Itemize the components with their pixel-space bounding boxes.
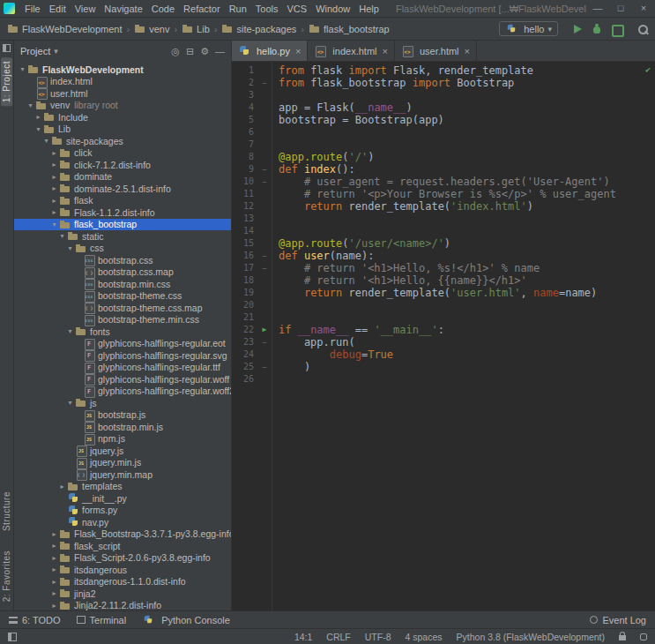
chevron-right-icon[interactable]: ▸ [49, 589, 59, 597]
tree-item[interactable]: glyphicons-halflings-regular.ttf [14, 362, 231, 374]
tree-item[interactable]: bootstrap-theme.min.css [14, 314, 231, 326]
tree-item[interactable]: ▸flask [14, 195, 231, 207]
chevron-right-icon[interactable]: ▸ [33, 113, 43, 121]
chevron-down-icon[interactable]: ▾ [65, 399, 75, 407]
chevron-down-icon[interactable]: ▾ [41, 137, 51, 145]
menu-refactor[interactable]: Refactor [179, 4, 225, 14]
line-separator[interactable]: CRLF [326, 632, 350, 642]
tree-item[interactable]: bootstrap.min.js [14, 421, 231, 433]
chevron-down-icon[interactable]: ▾ [65, 327, 75, 335]
fold-icon[interactable]: − [258, 163, 271, 176]
tab-index.html[interactable]: index.html× [308, 41, 395, 61]
menu-vcs[interactable]: VCS [283, 4, 312, 14]
tool-window-switcher-icon[interactable] [8, 633, 17, 641]
tree-item[interactable]: ▾site-packages [14, 135, 231, 147]
menu-code[interactable]: Code [147, 4, 179, 14]
fold-icon[interactable]: − [258, 250, 271, 262]
tree-item[interactable]: ▾flask_bootstrap [14, 219, 231, 231]
menu-help[interactable]: Help [354, 4, 383, 14]
chevron-down-icon[interactable]: ▾ [49, 221, 59, 228]
tool-window-button-python-console[interactable]: Python Console [142, 614, 230, 625]
close-button[interactable]: × [632, 0, 655, 17]
tree-item[interactable]: index.html [14, 76, 231, 88]
hide-panel-button[interactable]: — [215, 46, 225, 56]
breadcrumb-item[interactable]: flask_bootstrap [307, 22, 391, 35]
breadcrumb-item[interactable]: site-packages [220, 22, 298, 35]
tree-item[interactable]: forms.py [14, 505, 231, 517]
tree-item[interactable]: nav.py [14, 516, 231, 528]
tree-item[interactable]: ▸Jinja2-2.11.2.dist-info [14, 600, 231, 611]
debug-button[interactable] [590, 22, 604, 36]
tree-item[interactable]: user.html [14, 87, 231, 100]
tree-item[interactable]: bootstrap-theme.css.map [14, 302, 231, 314]
chevron-right-icon[interactable]: ▸ [49, 149, 59, 157]
tree-item[interactable]: jquery.min.js [14, 457, 231, 469]
breadcrumb-item[interactable]: Lib [180, 22, 212, 35]
tree-item[interactable]: ▸templates [14, 481, 231, 493]
close-tab-icon[interactable]: × [383, 46, 388, 56]
chevron-right-icon[interactable]: ▸ [49, 542, 59, 550]
tree-item[interactable]: ▸flask_script [14, 540, 231, 552]
chevron-down-icon[interactable]: ▾ [57, 232, 67, 240]
tool-button-favorites[interactable]: 2: Favorites [1, 547, 12, 605]
fold-icon[interactable]: − [258, 361, 271, 373]
tab-hello.py[interactable]: hello.py× [232, 41, 308, 61]
menu-view[interactable]: View [71, 4, 100, 14]
menu-navigate[interactable]: Navigate [100, 4, 146, 14]
tree-item[interactable]: ▸Include [14, 111, 231, 124]
tree-item[interactable]: glyphicons-halflings-regular.eot [14, 338, 231, 350]
tree-item[interactable]: ▾static [14, 230, 231, 243]
fold-icon[interactable]: − [258, 77, 271, 89]
project-panel-title[interactable]: Project [20, 46, 50, 56]
chevron-right-icon[interactable]: ▸ [49, 554, 59, 562]
tab-user.html[interactable]: user.html× [395, 41, 477, 61]
code-area[interactable]: ✔ 1from flask import Flask, render_templ… [232, 62, 655, 610]
menu-tools[interactable]: Tools [251, 4, 283, 14]
run-button[interactable] [570, 22, 584, 36]
chevron-right-icon[interactable]: ▸ [49, 208, 59, 216]
indent-style[interactable]: 4 spaces [406, 632, 443, 642]
locate-file-button[interactable]: ◎ [171, 46, 180, 56]
tree-item[interactable]: ▸dominate-2.5.1.dist-info [14, 183, 231, 195]
tree-item[interactable]: bootstrap.css.map [14, 266, 231, 279]
chevron-right-icon[interactable]: ▸ [49, 565, 59, 573]
coverage-button[interactable] [609, 22, 623, 36]
tree-item[interactable]: jquery.js [14, 445, 231, 457]
close-tab-icon[interactable]: × [295, 46, 301, 56]
tree-item[interactable]: ▸click-7.1.2.dist-info [14, 159, 231, 171]
tree-item[interactable]: bootstrap.css [14, 254, 231, 266]
run-configuration-select[interactable]: hello ▾ [499, 21, 558, 36]
chevron-right-icon[interactable]: ▸ [49, 184, 59, 192]
tree-item[interactable]: ▾FlaskWebDevelopment [14, 64, 231, 76]
minimize-button[interactable]: — [586, 0, 609, 17]
caret-position[interactable]: 14:1 [294, 632, 312, 642]
menu-edit[interactable]: Edit [45, 4, 71, 14]
tree-item[interactable]: bootstrap-theme.css [14, 290, 231, 303]
tree-item[interactable]: __init__.py [14, 492, 231, 505]
tree-item[interactable]: glyphicons-halflings-regular.woff [14, 373, 231, 386]
menu-window[interactable]: Window [311, 4, 354, 14]
tree-item[interactable]: ▸itsdangerous-1.1.0.dist-info [14, 576, 231, 588]
chevron-right-icon[interactable]: ▸ [49, 173, 59, 181]
fold-icon[interactable]: − [258, 336, 271, 348]
tree-item[interactable]: ▾fonts [14, 326, 231, 338]
chevron-right-icon[interactable]: ▸ [49, 530, 59, 538]
settings-button[interactable]: ⚙ [200, 46, 209, 56]
tool-button-project[interactable]: 1: Project [1, 57, 12, 106]
tree-item[interactable]: ▾css [14, 243, 231, 255]
tree-item[interactable]: glyphicons-halflings-regular.svg [14, 349, 231, 362]
chevron-down-icon[interactable]: ▾ [65, 244, 75, 252]
tree-item[interactable]: bootstrap.js [14, 409, 231, 422]
menu-run[interactable]: Run [225, 4, 251, 14]
chevron-right-icon[interactable]: ▸ [49, 161, 59, 168]
collapse-all-button[interactable]: ⊟ [186, 46, 194, 56]
tool-button-structure[interactable]: Structure [1, 488, 12, 535]
tree-item[interactable]: jquery.min.map [14, 468, 231, 481]
run-line-icon[interactable]: ▶ [258, 324, 271, 336]
chevron-down-icon[interactable]: ▾ [18, 65, 27, 73]
tree-item[interactable]: ▸itsdangerous [14, 564, 231, 576]
menu-file[interactable]: File [20, 4, 45, 14]
chevron-right-icon[interactable]: ▸ [49, 197, 59, 205]
tree-item[interactable]: ▾venvlibrary root [14, 100, 231, 112]
tree-item[interactable]: ▸jinja2 [14, 588, 231, 600]
